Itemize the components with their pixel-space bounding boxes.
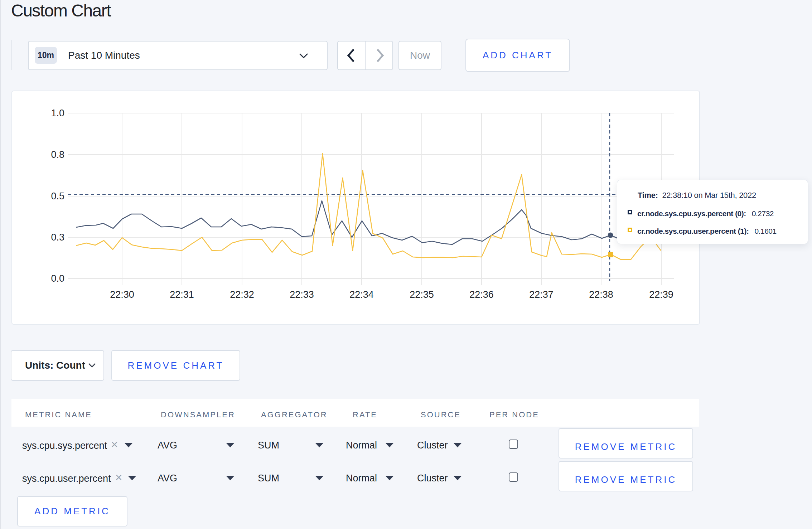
svg-text:22:37: 22:37 bbox=[529, 289, 554, 300]
svg-text:22:33: 22:33 bbox=[290, 289, 314, 300]
svg-text:1.0: 1.0 bbox=[51, 108, 64, 118]
svg-text:0.0: 0.0 bbox=[51, 273, 64, 284]
svg-text:22:32: 22:32 bbox=[230, 289, 254, 300]
svg-text:22:30: 22:30 bbox=[110, 289, 134, 300]
svg-text:22:35: 22:35 bbox=[410, 289, 434, 300]
svg-text:22:31: 22:31 bbox=[170, 289, 194, 300]
svg-text:22:36: 22:36 bbox=[469, 289, 494, 300]
svg-text:22:39: 22:39 bbox=[649, 289, 673, 300]
svg-text:22:34: 22:34 bbox=[349, 289, 374, 300]
svg-text:0.8: 0.8 bbox=[51, 149, 64, 160]
svg-text:0.3: 0.3 bbox=[51, 232, 64, 243]
svg-text:0.5: 0.5 bbox=[51, 191, 64, 202]
svg-text:22:38: 22:38 bbox=[589, 289, 613, 300]
